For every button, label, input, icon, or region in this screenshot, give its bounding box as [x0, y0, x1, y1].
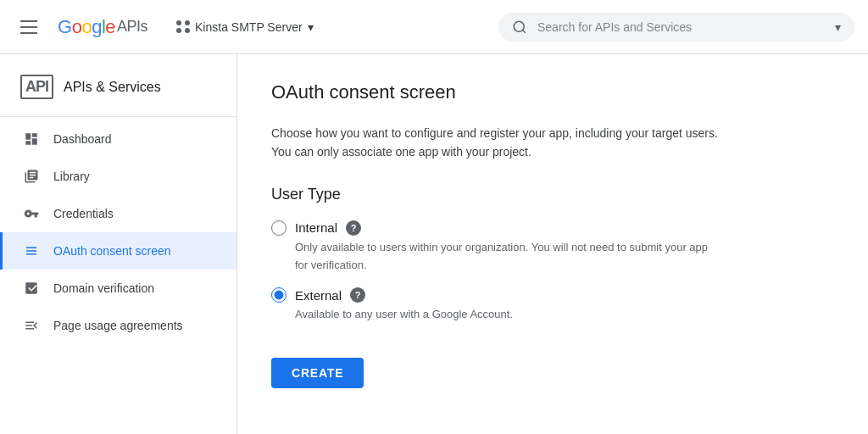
search-dropdown-icon[interactable]: ▾ [835, 20, 841, 34]
page-title: OAuth consent screen [271, 81, 834, 103]
sidebar-header: API APIs & Services [0, 61, 236, 113]
sidebar-item-domain[interactable]: Domain verification [0, 270, 236, 307]
description-text: Choose how you want to configure and reg… [271, 124, 729, 162]
search-bar[interactable]: Search for APIs and Services ▾ [498, 13, 854, 42]
project-name: Kinsta SMTP Server [195, 20, 303, 34]
logo-letter-e: e [105, 16, 115, 38]
main-layout: API APIs & Services Dashboard Library [0, 54, 868, 434]
user-type-section-title: User Type [271, 186, 834, 203]
library-icon [23, 168, 40, 185]
logo-letter-g2: g [92, 16, 102, 38]
project-selector[interactable]: Kinsta SMTP Server ▾ [168, 15, 322, 39]
internal-help-icon[interactable]: ? [346, 220, 361, 236]
internal-option: Internal ? Only available to users withi… [271, 220, 834, 275]
topbar: Google APIs Kinsta SMTP Server ▾ Search … [0, 0, 868, 54]
api-logo: API [20, 75, 53, 99]
logo-letter-g: G [58, 16, 72, 38]
sidebar-item-domain-label: Domain verification [53, 281, 154, 295]
apis-label: APIs [117, 18, 147, 36]
sidebar-item-page-usage-label: Page usage agreements [53, 319, 183, 332]
internal-label[interactable]: Internal [295, 220, 337, 235]
external-radio[interactable] [271, 287, 287, 303]
internal-radio[interactable] [271, 220, 287, 236]
sidebar: API APIs & Services Dashboard Library [0, 54, 237, 434]
sidebar-header-label: APIs & Services [64, 80, 161, 95]
create-button[interactable]: CREATE [271, 358, 364, 388]
internal-label-row: Internal ? [271, 220, 834, 236]
search-placeholder: Search for APIs and Services [537, 20, 692, 34]
sidebar-item-dashboard-label: Dashboard [53, 132, 112, 146]
sidebar-item-dashboard[interactable]: Dashboard [0, 120, 236, 158]
external-label[interactable]: External [295, 288, 342, 303]
sidebar-item-oauth[interactable]: OAuth consent screen [0, 232, 236, 270]
external-help-icon[interactable]: ? [350, 287, 365, 303]
sidebar-item-credentials-label: Credentials [53, 207, 114, 220]
sidebar-item-oauth-label: OAuth consent screen [53, 244, 171, 258]
external-option: External ? Available to any user with a … [271, 287, 834, 324]
sidebar-item-page-usage[interactable]: Page usage agreements [0, 307, 236, 344]
google-logo: Google APIs [58, 16, 147, 38]
main-content: OAuth consent screen Choose how you want… [237, 54, 868, 434]
internal-description: Only available to users within your orga… [295, 239, 719, 275]
logo-letter-o1: o [72, 16, 82, 38]
search-icon [512, 19, 527, 35]
sidebar-item-credentials[interactable]: Credentials [0, 195, 236, 232]
dashboard-icon [23, 131, 40, 147]
domain-icon [23, 280, 40, 297]
svg-point-0 [514, 21, 524, 31]
project-dots-icon [176, 20, 190, 34]
external-description: Available to any user with a Google Acco… [295, 306, 719, 324]
hamburger-menu[interactable] [14, 14, 44, 41]
svg-line-1 [522, 30, 525, 32]
user-type-radio-group: Internal ? Only available to users withi… [271, 220, 834, 337]
oauth-icon [23, 242, 40, 259]
sidebar-divider [0, 116, 236, 117]
external-label-row: External ? [271, 287, 834, 303]
page-usage-icon [23, 317, 40, 334]
logo-letter-o2: o [81, 16, 92, 38]
credentials-icon [23, 205, 40, 222]
sidebar-item-library[interactable]: Library [0, 158, 236, 195]
sidebar-item-library-label: Library [53, 170, 90, 183]
dropdown-icon: ▾ [308, 20, 314, 34]
